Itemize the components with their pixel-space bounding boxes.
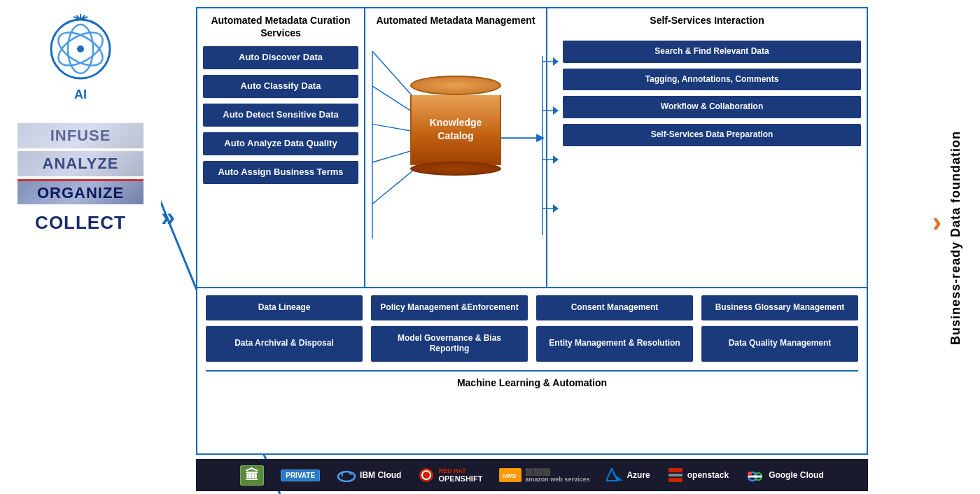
aws-icon: AWS: [499, 468, 522, 482]
btn-consent-mgmt[interactable]: Consent Management: [536, 295, 693, 320]
svg-rect-40: [668, 478, 682, 482]
navigate-right-icon: »: [161, 203, 175, 232]
svg-point-31: [338, 472, 355, 481]
catalog-label: Knowledge Catalog: [412, 116, 500, 143]
openstack-label: openstack: [687, 470, 729, 480]
left-panel: AI INFUSE ANALYZE ORGANIZE COLLECT: [0, 0, 161, 494]
stack-analyze: ANALYZE: [18, 151, 144, 176]
curation-column: Automated Metadata Curation Services Aut…: [197, 8, 365, 287]
google-cloud-label: Google Cloud: [769, 470, 824, 480]
main-content: Automated Metadata Curation Services Aut…: [196, 7, 868, 455]
knowledge-catalog: Knowledge Catalog: [410, 76, 501, 176]
svg-marker-30: [553, 204, 559, 213]
bottom-row-2: Data Archival & Disposal Model Governanc…: [206, 326, 858, 362]
btn-data-quality[interactable]: Data Quality Management: [701, 326, 858, 362]
logo-aws: AWS ⬛⬛⬛ amazon web services: [499, 468, 589, 483]
logo-openstack: openstack: [667, 467, 729, 484]
ai-label: AI: [74, 87, 87, 102]
curation-title: Automated Metadata Curation Services: [203, 14, 358, 39]
cylinder-bottom: [410, 162, 501, 176]
business-ready-label: Business-ready Data foundation: [948, 131, 963, 345]
openstack-icon: [667, 467, 684, 484]
btn-auto-discover[interactable]: Auto Discover Data: [203, 46, 358, 69]
ml-footer: Machine Learning & Automation: [206, 370, 858, 394]
bottom-section: Data Lineage Policy Management &Enforcem…: [197, 288, 867, 401]
btn-policy-mgmt[interactable]: Policy Management &Enforcement: [371, 295, 528, 320]
svg-point-44: [748, 472, 752, 476]
logo-govt: 🏛: [240, 465, 264, 486]
btn-auto-assign[interactable]: Auto Assign Business Terms: [203, 161, 358, 184]
management-column: Automated Metadata Management: [365, 8, 547, 287]
top-section: Automated Metadata Curation Services Aut…: [197, 8, 867, 288]
btn-model-governance[interactable]: Model Governance & Bias Reporting: [371, 326, 528, 362]
cloud-icon: [337, 468, 356, 482]
interaction-column: Self-Services Interaction Search &: [547, 8, 867, 287]
svg-marker-29: [553, 155, 559, 164]
stack-labels: INFUSE ANALYZE ORGANIZE COLLECT: [18, 123, 144, 235]
ai-logo-icon: [46, 14, 115, 84]
btn-data-archival[interactable]: Data Archival & Disposal: [206, 326, 363, 362]
logos-bar: 🏛 PRIVATE IBM Cloud RED HAT OPENSHIFT AW…: [196, 459, 868, 491]
aws-label: amazon web services: [525, 476, 589, 483]
openshift-icon: [418, 467, 435, 484]
btn-workflow[interactable]: Workflow & Collaboration: [563, 96, 861, 118]
google-cloud-icon: [746, 468, 765, 482]
btn-auto-analyze[interactable]: Auto Analyze Data Quality: [203, 132, 358, 155]
svg-text:AWS: AWS: [502, 472, 517, 479]
svg-point-11: [77, 45, 84, 52]
logo-private: PRIVATE: [281, 470, 320, 481]
logo-openshift: RED HAT OPENSHIFT: [418, 467, 482, 484]
svg-rect-38: [668, 468, 682, 472]
openshift-label: OPENSHIFT: [438, 474, 482, 483]
btn-entity-mgmt[interactable]: Entity Management & Resolution: [536, 326, 693, 362]
cylinder-body: Knowledge Catalog: [410, 95, 501, 165]
svg-rect-39: [668, 474, 682, 477]
interaction-title: Self-Services Interaction: [553, 14, 861, 27]
btn-auto-classify[interactable]: Auto Classify Data: [203, 75, 358, 98]
bottom-row-1: Data Lineage Policy Management &Enforcem…: [206, 295, 858, 320]
govt-icon: 🏛: [240, 465, 264, 486]
private-label: PRIVATE: [281, 470, 320, 481]
btn-auto-detect[interactable]: Auto Detect Sensitive Data: [203, 104, 358, 127]
logo-azure: Azure: [606, 468, 650, 482]
btn-tagging[interactable]: Tagging, Annotations, Comments: [563, 69, 861, 91]
azure-label: Azure: [626, 470, 650, 480]
btn-search-find[interactable]: Search & Find Relevant Data: [563, 41, 861, 63]
btn-self-service-prep[interactable]: Self-Services Data Preparation: [563, 124, 861, 146]
stack-infuse: INFUSE: [18, 123, 144, 148]
logo-google-cloud: Google Cloud: [746, 468, 824, 482]
azure-icon: [606, 468, 623, 482]
stack-organize: ORGANIZE: [18, 179, 144, 204]
management-title: Automated Metadata Management: [376, 14, 535, 27]
btn-data-lineage[interactable]: Data Lineage: [206, 295, 363, 320]
btn-business-glossary[interactable]: Business Glossary Management: [701, 295, 858, 320]
logo-ibm-cloud: IBM Cloud: [337, 468, 401, 482]
svg-marker-28: [553, 106, 559, 115]
stack-collect: COLLECT: [18, 210, 144, 235]
cylinder-top: [410, 76, 501, 95]
svg-marker-36: [606, 468, 617, 481]
right-label: Business-ready Data foundation: [938, 35, 973, 441]
ibm-cloud-label: IBM Cloud: [360, 470, 401, 480]
svg-marker-27: [553, 57, 559, 66]
